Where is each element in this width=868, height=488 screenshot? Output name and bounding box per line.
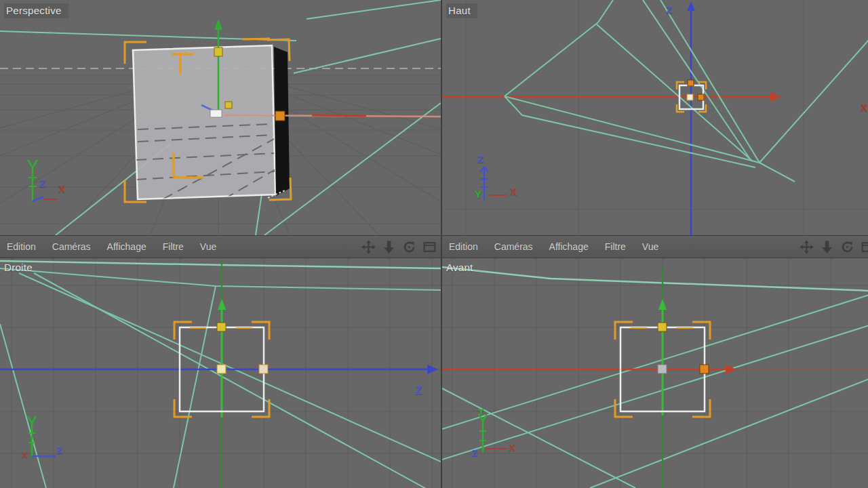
- wireframe-polygon-object[interactable]: [505, 0, 868, 182]
- axis-z-gizmo-label: Z: [472, 448, 477, 458]
- viewport-label-haut: Haut: [446, 3, 477, 18]
- wireframe-polygon-object[interactable]: [0, 261, 441, 488]
- viewport-label-avant: Avant: [446, 262, 473, 273]
- viewport-haut[interactable]: Haut: [441, 0, 868, 235]
- viewport-label-perspective: Perspective: [4, 3, 68, 18]
- menu-item-affichage[interactable]: Affichage: [107, 241, 146, 252]
- zoom-icon[interactable]: [382, 240, 396, 254]
- axis-y-gizmo-label: Y: [475, 188, 481, 200]
- maximize-icon[interactable]: [422, 240, 437, 254]
- viewport-avant[interactable]: Avant: [441, 258, 868, 488]
- world-axis-gizmo: [480, 167, 507, 200]
- axis-x-label: X: [58, 183, 65, 195]
- world-x-axis: [442, 92, 781, 102]
- world-y-axis: [658, 268, 667, 488]
- menu-items: EditionCamérasAffichageFiltreVue: [442, 241, 800, 252]
- viewport-perspective[interactable]: Perspective: [0, 0, 441, 235]
- menu-item-edition[interactable]: Edition: [449, 241, 478, 252]
- axis-x-gizmo-label: X: [510, 186, 517, 197]
- wireframe-polygon-object[interactable]: [442, 267, 868, 488]
- pan-icon[interactable]: [800, 240, 814, 254]
- viewport-droite[interactable]: Droite: [0, 258, 441, 488]
- menu-item-affichage[interactable]: Affichage: [549, 241, 589, 252]
- viewport-menubar-avant: EditionCamérasAffichageFiltreVue: [441, 235, 868, 258]
- world-x-axis: [442, 365, 868, 374]
- menu-item-edition[interactable]: Edition: [7, 241, 36, 252]
- axis-x-gizmo-label: X: [22, 450, 28, 460]
- menu-item-filtre[interactable]: Filtre: [163, 241, 184, 252]
- world-z-axis: [687, 1, 695, 235]
- axis-x-gizmo-label: X: [509, 443, 515, 453]
- menu-item-vue[interactable]: Vue: [200, 241, 216, 252]
- menu-item-vue[interactable]: Vue: [642, 241, 658, 252]
- rotate-icon[interactable]: [402, 240, 416, 254]
- axis-z-label: Z: [415, 384, 422, 398]
- viewport-nav-icons: [361, 240, 441, 254]
- viewport-label-droite: Droite: [4, 262, 33, 273]
- quad-viewport-window: Perspective: [0, 0, 868, 488]
- axis-z-label: Z: [666, 4, 672, 16]
- menu-item-cameras[interactable]: Caméras: [494, 241, 533, 252]
- axis-y-gizmo-label: Y: [478, 407, 484, 417]
- viewport-nav-icons: [800, 240, 868, 254]
- rotate-icon[interactable]: [840, 240, 854, 254]
- axis-z-gizmo-label: Z: [477, 153, 484, 165]
- axis-z-label: Z: [39, 178, 45, 189]
- grid-lines: [442, 258, 868, 488]
- menu-item-cameras[interactable]: Caméras: [52, 241, 91, 252]
- grid-lines: [442, 0, 868, 235]
- cube-object[interactable]: [133, 45, 290, 199]
- world-axis-gizmo: [28, 416, 56, 456]
- pan-icon[interactable]: [361, 240, 376, 254]
- viewport-menubar-droite: EditionCamérasAffichageFiltreVue: [0, 235, 441, 258]
- axis-x-label: X: [861, 102, 867, 113]
- axis-z-gizmo-label: Z: [57, 445, 62, 455]
- menu-item-filtre[interactable]: Filtre: [605, 241, 626, 252]
- zoom-icon[interactable]: [820, 240, 834, 254]
- menu-items: EditionCamérasAffichageFiltreVue: [0, 241, 361, 252]
- maximize-icon[interactable]: [861, 240, 868, 254]
